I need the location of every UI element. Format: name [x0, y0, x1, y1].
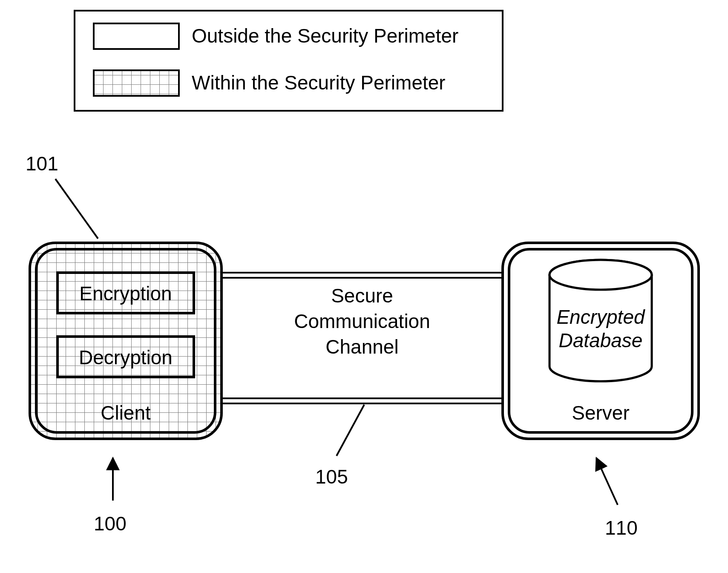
diagram-root: Outside the Security Perimeter Within th…: [0, 0, 728, 573]
svg-line-13: [55, 179, 98, 239]
legend-swatch-outside: [94, 23, 179, 49]
channel-label-3: Channel: [325, 336, 398, 358]
ref-105: 105: [315, 405, 364, 488]
db-label-2: Database: [559, 329, 643, 351]
svg-text:105: 105: [315, 466, 348, 488]
decryption-label: Decryption: [79, 346, 173, 369]
svg-point-11: [550, 260, 652, 290]
svg-text:101: 101: [26, 153, 58, 175]
legend-swatch-within: [94, 70, 179, 96]
secure-channel: Secure Communication Channel: [196, 273, 528, 403]
ref-110: 110: [596, 458, 638, 539]
legend-label-outside: Outside the Security Perimeter: [192, 25, 458, 47]
database-icon: Encrypted Database: [550, 260, 652, 381]
encryption-label: Encryption: [79, 282, 172, 305]
client-box: Encryption Decryption Client: [30, 243, 222, 439]
client-title: Client: [101, 402, 151, 424]
channel-label-2: Communication: [294, 310, 430, 332]
ref-100: 100: [94, 458, 127, 535]
svg-text:100: 100: [94, 513, 127, 535]
svg-text:110: 110: [605, 517, 638, 539]
server-box: Encrypted Database Server: [503, 243, 699, 439]
ref-101: 101: [26, 153, 98, 239]
db-label-1: Encrypted: [556, 306, 645, 328]
channel-label-1: Secure: [331, 285, 393, 307]
legend-label-within: Within the Security Perimeter: [192, 72, 446, 94]
server-title: Server: [572, 402, 629, 424]
legend: Outside the Security Perimeter Within th…: [75, 11, 503, 111]
svg-line-19: [596, 458, 618, 505]
svg-line-17: [337, 405, 364, 456]
